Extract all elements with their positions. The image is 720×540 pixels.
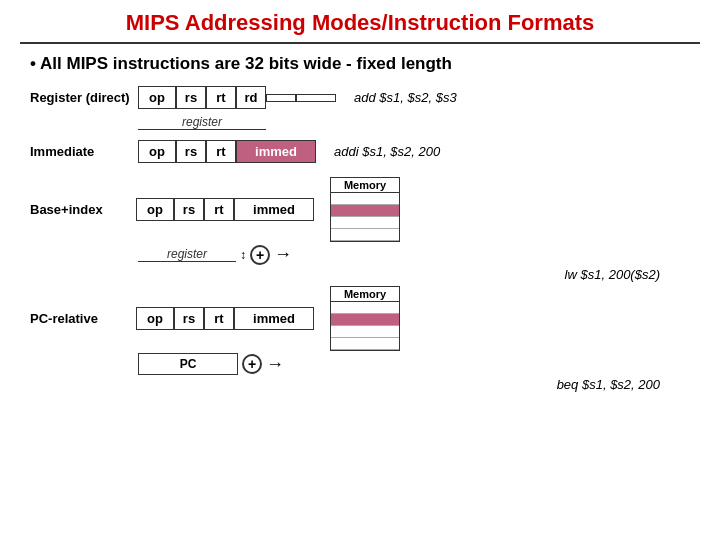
field-immed-pc: immed [234, 307, 314, 330]
register-direct-row: Register (direct) op rs rt rd add $s1, $… [30, 86, 690, 109]
field-rd-rd: rd [236, 86, 266, 109]
pc-relative-comment: beq $s1, $s2, 200 [557, 377, 660, 392]
field-rt-rd: rt [206, 86, 236, 109]
base-index-plus: + [250, 245, 270, 265]
pc-memory-row-3 [331, 326, 399, 338]
pc-relative-instr: op rs rt immed [136, 307, 314, 330]
pc-box: PC [138, 353, 238, 375]
immediate-row: Immediate op rs rt immed addi $s1, $s2, … [30, 140, 690, 163]
field-immed-bi: immed [234, 198, 314, 221]
immediate-section: Immediate op rs rt immed addi $s1, $s2, … [30, 140, 690, 169]
pc-relative-label: PC-relative [30, 311, 130, 326]
register-direct-sublabel: register [182, 115, 222, 129]
base-index-section: Base+index op rs rt immed Memory [30, 177, 690, 265]
memory-row-4 [331, 229, 399, 241]
pc-relative-arrow: → [266, 354, 284, 375]
field-op-rd: op [138, 86, 176, 109]
field-rs-pc: rs [174, 307, 204, 330]
field-rt-imm: rt [206, 140, 236, 163]
base-index-sublabel: register [167, 247, 207, 261]
field-rs-rd: rs [176, 86, 206, 109]
pc-memory-row-4 [331, 338, 399, 350]
register-direct-comment: add $s1, $s2, $s3 [354, 90, 457, 105]
base-index-memory-box: Memory [330, 177, 400, 242]
pc-memory-row-2-highlight [331, 314, 399, 326]
register-direct-label: Register (direct) [30, 90, 130, 105]
base-index-instr: op rs rt immed [136, 198, 314, 221]
field-rt-bi: rt [204, 198, 234, 221]
immediate-label: Immediate [30, 144, 130, 159]
memory-row-2-highlight [331, 205, 399, 217]
field-funct-rd [296, 94, 336, 102]
base-index-label: Base+index [30, 202, 130, 217]
field-rt-pc: rt [204, 307, 234, 330]
field-op-pc: op [136, 307, 174, 330]
base-index-arrow: → [274, 244, 292, 265]
memory-row-3 [331, 217, 399, 229]
register-direct-section: Register (direct) op rs rt rd add $s1, $… [30, 86, 690, 132]
pc-relative-plus: + [242, 354, 262, 374]
pc-memory-row-1 [331, 302, 399, 314]
page: MIPS Addressing Modes/Instruction Format… [0, 0, 720, 540]
immediate-comment: addi $s1, $s2, 200 [334, 144, 440, 159]
base-index-comment: lw $s1, 200($s2) [565, 267, 660, 282]
pc-relative-memory-box: Memory [330, 286, 400, 351]
pc-relative-instr-row: PC-relative op rs rt immed Memory [30, 286, 690, 351]
field-shamt-rd [266, 94, 296, 102]
base-index-memory-label: Memory [331, 178, 399, 193]
pc-relative-memory-label: Memory [331, 287, 399, 302]
field-rs-bi: rs [174, 198, 204, 221]
field-rs-imm: rs [176, 140, 206, 163]
field-op-imm: op [138, 140, 176, 163]
field-op-bi: op [136, 198, 174, 221]
immediate-instr: op rs rt immed [138, 140, 316, 163]
field-immed-imm: immed [236, 140, 316, 163]
memory-row-1 [331, 193, 399, 205]
register-direct-instr: op rs rt rd [138, 86, 336, 109]
page-title: MIPS Addressing Modes/Instruction Format… [20, 10, 700, 44]
base-index-instr-row: Base+index op rs rt immed Memory [30, 177, 690, 242]
subtitle: • All MIPS instructions are 32 bits wide… [30, 54, 690, 74]
pc-relative-section: PC-relative op rs rt immed Memory [30, 286, 690, 375]
